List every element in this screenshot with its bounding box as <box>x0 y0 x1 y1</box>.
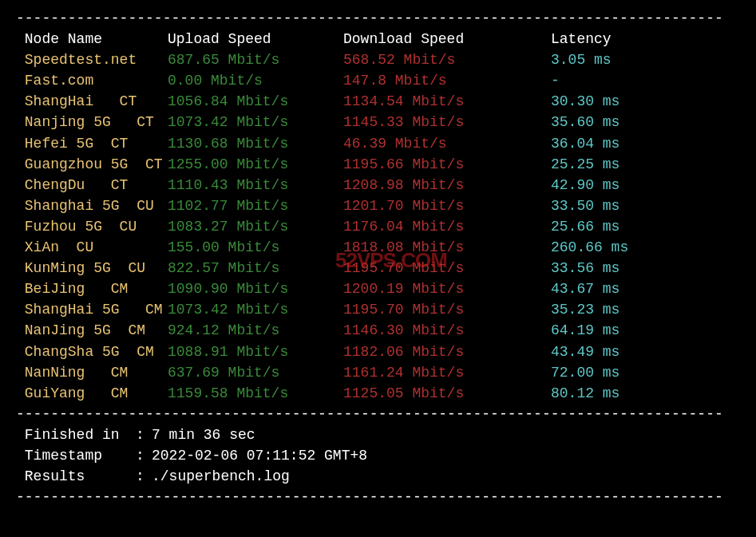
upload-speed: 1056.84 Mbit/s <box>168 91 343 112</box>
upload-speed: 924.12 Mbit/s <box>168 320 343 341</box>
table-row: Shanghai 5G CU1102.77 Mbit/s1201.70 Mbit… <box>16 195 740 216</box>
download-speed: 1176.04 Mbit/s <box>343 216 551 237</box>
table-row: Fuzhou 5G CU1083.27 Mbit/s1176.04 Mbit/s… <box>16 216 740 237</box>
timestamp-label: Timestamp <box>16 445 136 466</box>
table-row: Guangzhou 5G CT1255.00 Mbit/s1195.66 Mbi… <box>16 154 740 175</box>
node-name: XiAn CU <box>16 237 168 258</box>
speedtest-results-table: Speedtest.net687.65 Mbit/s568.52 Mbit/s3… <box>16 49 740 404</box>
table-row: XiAn CU155.00 Mbit/s1818.08 Mbit/s260.66… <box>16 237 740 258</box>
latency: 43.67 ms <box>551 278 619 299</box>
download-speed: 1145.33 Mbit/s <box>343 112 551 132</box>
table-row: BeiJing CM1090.90 Mbit/s1200.19 Mbit/s43… <box>16 278 740 299</box>
download-speed: 1134.54 Mbit/s <box>343 91 551 112</box>
colon: : <box>136 424 152 445</box>
upload-speed: 1073.42 Mbit/s <box>168 112 343 132</box>
table-header: Node Name Upload Speed Download Speed La… <box>16 29 740 49</box>
upload-speed: 687.65 Mbit/s <box>168 49 343 70</box>
upload-speed: 637.69 Mbit/s <box>168 362 343 383</box>
table-row: Hefei 5G CT1130.68 Mbit/s46.39 Mbit/s36.… <box>16 133 740 154</box>
table-row: Fast.com0.00 Mbit/s147.8 Mbit/s- <box>16 70 740 91</box>
divider-bottom: ----------------------------------------… <box>16 487 740 507</box>
latency: 35.23 ms <box>551 299 619 320</box>
download-speed: 1125.05 Mbit/s <box>343 383 551 404</box>
upload-speed: 1130.68 Mbit/s <box>168 133 343 154</box>
node-name: Nanjing 5G CT <box>16 112 168 132</box>
node-name: NanNing CM <box>16 362 168 383</box>
upload-speed: 1159.58 Mbit/s <box>168 383 343 404</box>
download-speed: 1161.24 Mbit/s <box>343 362 551 383</box>
latency: 25.66 ms <box>551 216 619 237</box>
node-name: ChengDu CT <box>16 175 168 195</box>
footer-finished: Finished in : 7 min 36 sec <box>16 424 740 445</box>
node-name: NanJing 5G CM <box>16 320 168 341</box>
upload-speed: 1073.42 Mbit/s <box>168 299 343 320</box>
footer-timestamp: Timestamp : 2022-02-06 07:11:52 GMT+8 <box>16 445 740 466</box>
upload-speed: 1255.00 Mbit/s <box>168 154 343 175</box>
latency: 64.19 ms <box>551 320 619 341</box>
latency: 33.56 ms <box>551 258 619 278</box>
header-download: Download Speed <box>343 29 551 49</box>
latency: 33.50 ms <box>551 195 619 216</box>
download-speed: 1208.98 Mbit/s <box>343 175 551 195</box>
header-latency: Latency <box>551 29 612 49</box>
upload-speed: 1088.91 Mbit/s <box>168 342 343 362</box>
colon: : <box>136 445 152 466</box>
latency: 42.90 ms <box>551 175 619 195</box>
upload-speed: 155.00 Mbit/s <box>168 237 343 258</box>
node-name: ShangHai CT <box>16 91 168 112</box>
upload-speed: 1102.77 Mbit/s <box>168 195 343 216</box>
table-row: Nanjing 5G CT1073.42 Mbit/s1145.33 Mbit/… <box>16 112 740 132</box>
download-speed: 1195.70 Mbit/s <box>343 299 551 320</box>
results-label: Results <box>16 466 136 487</box>
download-speed: 1195.66 Mbit/s <box>343 154 551 175</box>
node-name: Speedtest.net <box>16 49 168 70</box>
node-name: ChangSha 5G CM <box>16 342 168 362</box>
footer-results: Results : ./superbench.log <box>16 466 740 487</box>
table-row: NanNing CM637.69 Mbit/s1161.24 Mbit/s72.… <box>16 362 740 383</box>
node-name: Fuzhou 5G CU <box>16 216 168 237</box>
table-row: ShangHai CT1056.84 Mbit/s1134.54 Mbit/s3… <box>16 91 740 112</box>
table-row: NanJing 5G CM924.12 Mbit/s1146.30 Mbit/s… <box>16 320 740 341</box>
node-name: ShangHai 5G CM <box>16 299 168 320</box>
finished-value: 7 min 36 sec <box>152 424 255 445</box>
latency: 36.04 ms <box>551 133 619 154</box>
download-speed: 1200.19 Mbit/s <box>343 278 551 299</box>
latency: 260.66 ms <box>551 237 628 258</box>
node-name: Guangzhou 5G CT <box>16 154 168 175</box>
upload-speed: 0.00 Mbit/s <box>168 70 343 91</box>
download-speed: 147.8 Mbit/s <box>343 70 551 91</box>
colon: : <box>136 466 152 487</box>
table-row: ChengDu CT1110.43 Mbit/s1208.98 Mbit/s42… <box>16 175 740 195</box>
divider-middle: ----------------------------------------… <box>16 404 740 424</box>
latency: 43.49 ms <box>551 342 619 362</box>
node-name: GuiYang CM <box>16 383 168 404</box>
upload-speed: 1083.27 Mbit/s <box>168 216 343 237</box>
results-value: ./superbench.log <box>152 466 290 487</box>
timestamp-value: 2022-02-06 07:11:52 GMT+8 <box>152 445 367 466</box>
latency: - <box>551 70 560 91</box>
download-speed: 1182.06 Mbit/s <box>343 342 551 362</box>
download-speed: 1146.30 Mbit/s <box>343 320 551 341</box>
latency: 25.25 ms <box>551 154 619 175</box>
table-row: ChangSha 5G CM1088.91 Mbit/s1182.06 Mbit… <box>16 342 740 362</box>
table-row: KunMing 5G CU822.57 Mbit/s1195.70 Mbit/s… <box>16 258 740 278</box>
node-name: Shanghai 5G CU <box>16 195 168 216</box>
divider-top: ----------------------------------------… <box>16 8 740 29</box>
table-row: GuiYang CM1159.58 Mbit/s1125.05 Mbit/s80… <box>16 383 740 404</box>
download-speed: 1818.08 Mbit/s <box>343 237 551 258</box>
download-speed: 1195.70 Mbit/s <box>343 258 551 278</box>
node-name: Fast.com <box>16 70 168 91</box>
table-row: ShangHai 5G CM1073.42 Mbit/s1195.70 Mbit… <box>16 299 740 320</box>
latency: 3.05 ms <box>551 49 612 70</box>
table-row: Speedtest.net687.65 Mbit/s568.52 Mbit/s3… <box>16 49 740 70</box>
latency: 30.30 ms <box>551 91 619 112</box>
upload-speed: 822.57 Mbit/s <box>168 258 343 278</box>
header-node: Node Name <box>16 29 168 49</box>
header-upload: Upload Speed <box>168 29 343 49</box>
upload-speed: 1090.90 Mbit/s <box>168 278 343 299</box>
latency: 35.60 ms <box>551 112 619 132</box>
node-name: BeiJing CM <box>16 278 168 299</box>
latency: 80.12 ms <box>551 383 619 404</box>
node-name: Hefei 5G CT <box>16 133 168 154</box>
download-speed: 568.52 Mbit/s <box>343 49 551 70</box>
